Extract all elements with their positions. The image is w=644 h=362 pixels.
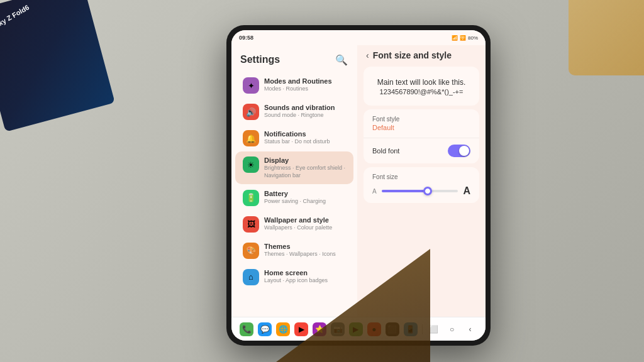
font-size-slider-fill [382,190,428,192]
modes-text: Modes and Routines Modes · Routines [264,77,346,93]
battery-icon: 🔋 [243,190,259,206]
bold-font-row[interactable]: Bold font [364,138,479,163]
display-subtitle: Brightness · Eye comfort shield · Naviga… [264,165,346,179]
status-time: 09:58 [239,35,253,41]
notifications-subtitle: Status bar · Do not disturb [264,138,346,146]
sidebar-item-battery[interactable]: 🔋 Battery Power saving · Charging [235,185,353,211]
battery-indicator: 80% [468,35,478,41]
sidebar-item-themes[interactable]: 🎨 Themes Themes · Wallpapers · Icons [235,238,353,263]
font-size-section: Font size A A [364,167,479,203]
nav-back-button[interactable]: ‹ [463,322,477,336]
battery-subtitle: Power saving · Charging [264,198,346,206]
nav-app-messages[interactable]: 💬 [258,322,272,336]
main-content: Settings 🔍 ✦ Modes and Routines Modes · … [231,45,486,317]
signal-icon: 📶 [452,35,458,41]
font-size-row: A A [372,185,470,197]
settings-panel: Settings 🔍 ✦ Modes and Routines Modes · … [231,45,357,317]
phone-screen: 09:58 📶 🛜 80% Settings 🔍 ✦ Modes and R [231,30,486,341]
sounds-title: Sounds and vibration [264,103,346,112]
settings-title: Settings 🔍 [231,50,357,72]
font-size-large-a: A [463,185,470,197]
font-size-slider-thumb[interactable] [423,187,432,195]
display-text: Display Brightness · Eye comfort shield … [264,156,346,180]
themes-icon: 🎨 [243,243,259,259]
search-icon[interactable]: 🔍 [335,53,348,67]
nav-app-browser[interactable]: 🌐 [276,322,290,336]
items-top-right [569,0,644,75]
bold-font-toggle[interactable] [448,145,470,157]
nav-app-phone[interactable]: 📞 [240,322,253,336]
status-icons: 📶 🛜 80% [452,35,478,41]
homescreen-subtitle: Layout · App icon badges [264,277,346,285]
font-size-small-a: A [372,188,377,195]
themes-text: Themes Themes · Wallpapers · Icons [264,242,346,258]
nav-app-youtube[interactable]: ▶ [294,322,308,336]
sidebar-item-notifications[interactable]: 🔔 Notifications Status bar · Do not dist… [235,125,353,151]
bold-font-label: Bold font [372,147,399,155]
wallpaper-icon: 🖼 [243,216,259,233]
font-style-label: Font style [372,116,470,123]
wallpaper-title: Wallpaper and style [264,216,346,224]
modes-title: Modes and Routines [264,77,346,85]
wallpaper-text: Wallpaper and style Wallpapers · Colour … [264,216,346,232]
themes-title: Themes [264,242,346,251]
phone-device: 09:58 📶 🛜 80% Settings 🔍 ✦ Modes and R [226,25,491,346]
font-size-slider-track[interactable] [382,190,458,192]
display-icon: ☀ [243,156,259,173]
homescreen-icon: ⌂ [243,269,259,285]
box-label: Galaxy Z Fold6 [0,3,31,36]
sounds-subtitle: Sound mode · Ringtone [264,112,346,119]
modes-subtitle: Modes · Routines [264,85,346,93]
sidebar-item-wallpaper[interactable]: 🖼 Wallpaper and style Wallpapers · Colou… [235,211,353,237]
notifications-icon: 🔔 [243,130,259,146]
back-button[interactable]: ‹ [366,50,369,60]
font-size-label: Font size [372,173,470,180]
sidebar-item-modes[interactable]: ✦ Modes and Routines Modes · Routines [235,72,353,98]
homescreen-title: Home screen [264,268,346,277]
themes-subtitle: Themes · Wallpapers · Icons [264,251,346,258]
sounds-icon: 🔊 [243,104,259,120]
font-style-value: Default [372,124,470,131]
display-title: Display [264,156,346,165]
status-bar: 09:58 📶 🛜 80% [231,30,486,45]
sounds-text: Sounds and vibration Sound mode · Ringto… [264,103,346,119]
sidebar-item-display[interactable]: ☀ Display Brightness · Eye comfort shiel… [235,151,353,184]
battery-title: Battery [264,189,346,198]
preview-main-text: Main text will look like this. [372,77,470,88]
sidebar-item-homescreen[interactable]: ⌂ Home screen Layout · App icon badges [235,264,353,290]
modes-icon: ✦ [243,77,259,94]
font-preview-box: Main text will look like this. 123456789… [364,67,479,106]
notifications-text: Notifications Status bar · Do not distur… [264,129,346,146]
preview-numbers: 1234567890!@#%&*()_-+= [372,88,470,96]
nav-home-button[interactable]: ○ [445,322,459,336]
wallpaper-subtitle: Wallpapers · Colour palette [264,224,346,232]
right-panel-header: ‹ Font size and style [357,45,486,64]
notifications-title: Notifications [264,129,346,138]
sidebar-item-sounds[interactable]: 🔊 Sounds and vibration Sound mode · Ring… [235,99,353,124]
font-style-section: Font style Default Bold font [364,109,479,163]
battery-text: Battery Power saving · Charging [264,189,346,206]
right-panel-title: Font size and style [373,50,452,60]
homescreen-text: Home screen Layout · App icon badges [264,268,346,285]
font-style-row[interactable]: Font style Default [364,109,479,138]
wifi-icon: 🛜 [460,35,466,41]
settings-title-text: Settings [240,54,280,65]
